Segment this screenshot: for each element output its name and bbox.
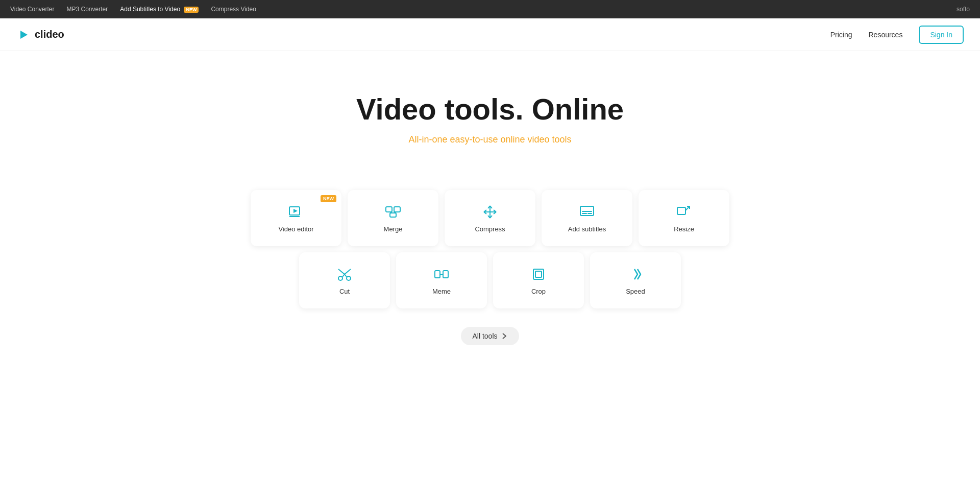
speed-icon — [627, 266, 644, 282]
top-bar: Video Converter MP3 Converter Add Subtit… — [0, 0, 980, 18]
svg-point-26 — [347, 276, 351, 280]
tools-row-1: NEW Video editor Merge — [251, 190, 729, 246]
svg-rect-32 — [443, 271, 448, 278]
nav-bar: clideo Pricing Resources Sign In — [0, 18, 980, 51]
tool-label-meme: Meme — [432, 288, 451, 295]
nav-right: Pricing Resources Sign In — [830, 26, 964, 44]
svg-rect-4 — [386, 207, 392, 212]
svg-line-28 — [345, 269, 351, 274]
resources-link[interactable]: Resources — [868, 31, 902, 39]
crop-icon — [530, 266, 547, 282]
tool-label-video-editor: Video editor — [278, 225, 313, 233]
hero-section: Video tools. Online All-in-one easy-to-u… — [0, 51, 980, 190]
tool-label-add-subtitles: Add subtitles — [568, 225, 606, 233]
svg-line-27 — [338, 269, 345, 274]
svg-rect-23 — [677, 207, 685, 214]
svg-line-8 — [393, 212, 397, 213]
svg-marker-0 — [20, 31, 28, 39]
tool-label-crop: Crop — [531, 288, 546, 295]
meme-icon — [433, 266, 450, 282]
tool-card-meme[interactable]: Meme — [396, 252, 487, 308]
hero-title: Video tools. Online — [10, 92, 970, 126]
svg-rect-31 — [435, 271, 440, 278]
tools-section: NEW Video editor Merge — [0, 190, 980, 345]
topbar-link-video-converter[interactable]: Video Converter — [10, 6, 55, 13]
compress-icon — [482, 204, 498, 220]
pricing-link[interactable]: Pricing — [830, 31, 852, 39]
tool-label-speed: Speed — [626, 288, 645, 295]
tool-card-video-editor[interactable]: NEW Video editor — [251, 190, 341, 246]
svg-rect-35 — [535, 271, 542, 277]
topbar-link-compress-video[interactable]: Compress Video — [211, 6, 256, 13]
svg-line-24 — [685, 206, 690, 210]
tool-card-merge[interactable]: Merge — [348, 190, 438, 246]
logo[interactable]: clideo — [16, 28, 64, 42]
logo-text: clideo — [35, 29, 64, 40]
tool-label-cut: Cut — [339, 288, 350, 295]
video-editor-icon — [288, 204, 304, 220]
subtitles-icon — [579, 204, 595, 220]
merge-icon — [385, 204, 401, 220]
cut-icon — [336, 266, 353, 282]
svg-point-25 — [338, 276, 342, 280]
hero-subtitle: All-in-one easy-to-use online video tool… — [10, 134, 970, 145]
topbar-link-add-subtitles[interactable]: Add Subtitles to Video NEW — [120, 6, 199, 13]
topbar-link-mp3-converter[interactable]: MP3 Converter — [67, 6, 108, 13]
softo-logo: softo — [957, 6, 970, 13]
tool-label-compress: Compress — [475, 225, 505, 233]
svg-line-30 — [345, 274, 347, 277]
all-tools-label: All tools — [472, 332, 497, 340]
chevron-right-icon — [501, 332, 508, 340]
tool-card-crop[interactable]: Crop — [493, 252, 584, 308]
tool-card-compress[interactable]: Compress — [445, 190, 535, 246]
resize-icon — [676, 204, 692, 220]
tool-card-add-subtitles[interactable]: Add subtitles — [542, 190, 632, 246]
tool-card-cut[interactable]: Cut — [299, 252, 390, 308]
sign-in-button[interactable]: Sign In — [919, 26, 964, 44]
tools-row-2: Cut Meme Crop Speed — [299, 252, 681, 308]
svg-rect-5 — [394, 207, 400, 212]
tool-card-resize[interactable]: Resize — [639, 190, 729, 246]
new-badge: NEW — [184, 7, 199, 13]
tool-card-speed[interactable]: Speed — [590, 252, 681, 308]
svg-line-7 — [389, 212, 393, 213]
tool-label-merge: Merge — [384, 225, 403, 233]
svg-rect-6 — [390, 213, 396, 217]
tool-new-badge: NEW — [321, 195, 336, 202]
all-tools-button[interactable]: All tools — [461, 327, 519, 345]
clideo-logo-icon — [16, 28, 31, 42]
svg-marker-2 — [293, 209, 298, 213]
tool-label-resize: Resize — [674, 225, 694, 233]
